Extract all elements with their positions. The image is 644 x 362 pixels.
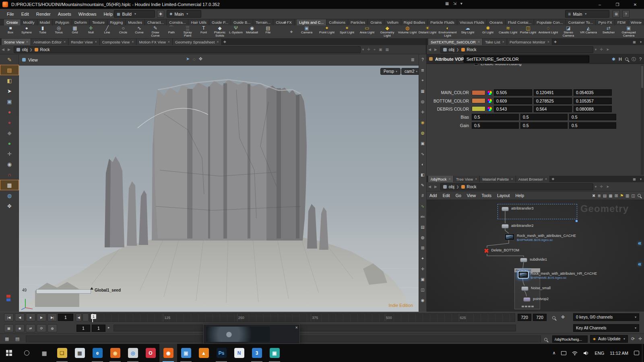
task-view-button[interactable]: ▦ xyxy=(35,344,53,362)
color-swatch[interactable] xyxy=(472,106,485,111)
pane-tab[interactable]: Take List × xyxy=(483,39,507,45)
add-status-icon[interactable]: ✛ xyxy=(638,336,642,341)
close-tab-icon[interactable]: × xyxy=(26,40,28,44)
network-menu-item[interactable]: Tools xyxy=(479,193,494,198)
cycle-mode-button[interactable]: ⟳ xyxy=(37,324,46,332)
range-start2-field[interactable]: 1 xyxy=(92,325,105,332)
menu-item[interactable]: File xyxy=(3,9,18,19)
camera-view-icon[interactable]: ▣ xyxy=(419,138,426,148)
shelf-tab[interactable]: Fluid Contai... xyxy=(506,19,535,25)
curve-display-icon[interactable]: ∿ xyxy=(419,201,426,211)
add-shelf-icon[interactable]: ✚ xyxy=(282,19,288,26)
shelf-tab[interactable]: Lights and C... xyxy=(297,19,326,25)
network-node[interactable]: ✖ attribtransfer3 xyxy=(502,206,534,211)
value-field[interactable]: 0.5 xyxy=(569,122,616,129)
help-button[interactable]: ? xyxy=(622,10,630,18)
shelf-tab[interactable]: Terrain... xyxy=(253,19,273,25)
color-swatch[interactable] xyxy=(472,90,485,95)
close-tab-icon[interactable]: × xyxy=(95,40,97,44)
grab-hand-icon[interactable]: ✥ xyxy=(0,201,19,211)
volume-icon[interactable] xyxy=(580,351,592,356)
message-log-icon[interactable]: ▤ xyxy=(15,336,19,341)
pin-path-icon[interactable]: ✛ xyxy=(598,47,605,51)
forward-icon[interactable]: ▶ xyxy=(433,47,439,51)
text-display-icon[interactable]: abc xyxy=(419,211,426,222)
window-titlebar[interactable]: D:/PROJECTS/HOUDINI/Mountains/mountains_… xyxy=(0,0,644,9)
network-node[interactable]: ✖ subdivide1 xyxy=(520,257,547,262)
network-menu-item[interactable]: View xyxy=(464,193,479,198)
display-options-icon[interactable]: ≣ xyxy=(419,65,426,75)
network-menu-item[interactable]: Layout xyxy=(494,193,513,198)
shelf-tool[interactable]: ╱ Line xyxy=(99,25,115,34)
network-editor[interactable]: Geometry Final NOISE ✖ xyxy=(427,200,644,312)
photos-app[interactable]: ▣ xyxy=(177,344,195,362)
value-field[interactable]: 0.609 xyxy=(494,98,532,104)
shelf-tool[interactable]: ▣ Camera xyxy=(297,25,317,34)
go-start-button[interactable]: |◀ xyxy=(4,313,14,321)
viewport-canvas[interactable]: Persp▾ cam2▾ 49 Global1_seed Indie Editi… xyxy=(19,66,419,312)
play-button[interactable]: ▶ xyxy=(37,313,46,321)
shelf-tool[interactable]: T Font xyxy=(196,25,212,34)
pane-split-icon[interactable]: ▦ xyxy=(631,39,638,45)
path-root[interactable]: obj xyxy=(449,184,454,189)
close-tab-icon[interactable]: × xyxy=(449,177,451,181)
shelf-tool[interactable]: ◆ Geometry Light xyxy=(377,25,397,38)
split-view-icon[interactable]: ⊞ xyxy=(419,243,426,253)
shelf-tab[interactable]: Rigid Bodies xyxy=(401,19,428,25)
add-pane-tab-icon[interactable]: ✚ xyxy=(222,39,228,45)
node-name-field[interactable]: SetTEXTURE_SetCOLOR xyxy=(464,56,589,63)
layers-icon[interactable]: ▤ xyxy=(419,222,426,232)
shelf-tab[interactable]: Create xyxy=(4,19,21,25)
network-node[interactable]: ✖ pointvop2 xyxy=(523,297,549,302)
hide-pane-icon[interactable]: ◫ xyxy=(419,284,426,295)
shelf-tool[interactable]: ▮ Tube xyxy=(35,25,51,34)
inactive-tool-icon[interactable]: ◆ xyxy=(0,128,19,138)
shelf-tab[interactable]: Oceans xyxy=(487,19,506,25)
auto-update-dropdown[interactable]: ◉ Auto Update▾ xyxy=(590,335,628,343)
shelf-tool[interactable]: ◐ Environment Light xyxy=(438,25,458,38)
pin-path-icon[interactable]: ✛ xyxy=(365,47,372,51)
rows-icon[interactable]: ▤ xyxy=(603,193,607,198)
snap-target-icon[interactable]: ⌖ xyxy=(419,75,426,86)
pin-path-icon[interactable]: ✛ xyxy=(598,185,605,189)
search-button[interactable] xyxy=(18,344,35,362)
value-field[interactable]: 0.5 xyxy=(520,114,568,120)
checkbox[interactable] xyxy=(474,64,478,66)
prev-key-button[interactable]: ◀ xyxy=(76,313,82,321)
overlay-icon[interactable]: ◫ xyxy=(632,193,635,198)
3dsmax-app[interactable]: 3 xyxy=(248,344,266,362)
pane-tab[interactable]: Geometry Spreadsheet × xyxy=(173,39,222,45)
realtime-toggle-button[interactable]: ◉ xyxy=(15,324,25,332)
back-icon[interactable]: ◀ xyxy=(0,47,6,51)
color-pair-chip[interactable] xyxy=(6,295,10,301)
jump-arrow-icon[interactable]: ➤ xyxy=(605,47,611,51)
shelf-tool[interactable]: ✺ GI Light xyxy=(478,25,498,34)
pane-tab[interactable]: Render View × xyxy=(68,39,99,45)
paint-layer-icon[interactable]: ▤ xyxy=(0,65,19,75)
pane-tab[interactable]: Asset Browser × xyxy=(516,176,550,182)
shelf-tool[interactable]: ✦ Point Light xyxy=(317,25,337,34)
mask-brush-icon[interactable]: ◧ xyxy=(0,75,19,86)
close-button[interactable]: ✕ xyxy=(626,0,644,9)
shelf-tool[interactable]: ◌ Ambient Light xyxy=(538,25,558,34)
close-tab-icon[interactable]: × xyxy=(475,177,477,181)
timeline-zoom-icon[interactable] xyxy=(552,316,555,319)
globe-icon[interactable]: ◍ xyxy=(0,190,19,201)
color-swatch[interactable] xyxy=(472,98,485,103)
measure-grid-icon[interactable]: # xyxy=(419,190,426,201)
stowed-pane-expand-icon[interactable]: « xyxy=(638,261,641,266)
shelf-tab[interactable]: Guide B... xyxy=(231,19,253,25)
keys-dropdown[interactable]: 0 keys, 0/0 channels▾ xyxy=(573,313,639,321)
pose-tool-icon[interactable]: ● xyxy=(0,107,19,117)
shelf-tab[interactable]: Guide P... xyxy=(209,19,231,25)
material-ball-icon[interactable]: ◐ xyxy=(419,159,426,169)
shelf-tool[interactable]: ◆ Platonic Solids xyxy=(212,25,228,38)
shelf-tool[interactable]: ◍ Volume Light xyxy=(397,25,417,34)
close-tab-icon[interactable]: × xyxy=(545,177,547,181)
shelf-tab[interactable]: Vellum xyxy=(384,19,401,25)
desktop-selector[interactable]: ▦ Build▾ xyxy=(114,10,155,18)
close-tab-icon[interactable]: × xyxy=(132,40,134,44)
shelf-tool[interactable]: ∿ Curve xyxy=(131,25,147,34)
current-tool-icon[interactable]: ▦ xyxy=(0,180,19,190)
wave-icon[interactable]: ∿ xyxy=(419,148,426,159)
